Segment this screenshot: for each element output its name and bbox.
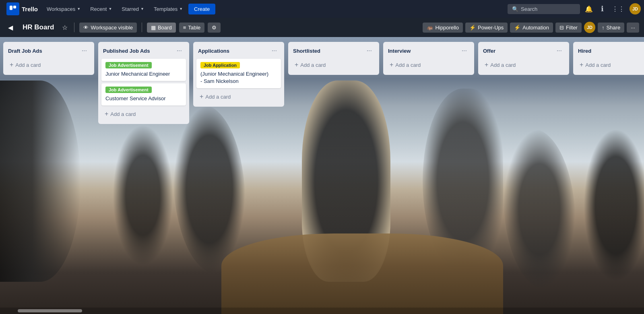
- column-menu-shortlisted[interactable]: ···: [364, 47, 374, 55]
- trello-logo[interactable]: Trello: [3, 2, 41, 15]
- star-icon: ☆: [62, 24, 68, 31]
- column-menu-published-job-ads[interactable]: ···: [174, 47, 184, 55]
- column-header-shortlisted: Shortlisted···: [290, 45, 378, 56]
- column-offer: Offer···+Add a card: [478, 42, 569, 75]
- recent-chevron: ▼: [108, 7, 112, 11]
- board-view-icon: ▦: [151, 25, 156, 31]
- search-bar[interactable]: 🔍 Search: [508, 4, 580, 14]
- workspaces-chevron: ▼: [77, 7, 80, 11]
- notifications-button[interactable]: 🔔: [582, 4, 596, 14]
- templates-menu[interactable]: Templates ▼: [150, 4, 187, 14]
- add-card-button-published-job-ads[interactable]: +Add a card: [101, 108, 189, 120]
- workspaces-menu[interactable]: Workspaces ▼: [43, 4, 85, 14]
- more-button[interactable]: ···: [627, 23, 639, 33]
- more-icon: ···: [631, 25, 635, 31]
- column-menu-applications[interactable]: ···: [269, 47, 279, 55]
- starred-chevron: ▼: [140, 7, 144, 11]
- column-applications: Applications···Job Application(Junior Me…: [193, 42, 284, 107]
- workspace-visible-button[interactable]: 👁 Workspace visible: [79, 23, 137, 33]
- filter-icon: ⊟: [559, 25, 564, 31]
- add-card-button-offer[interactable]: +Add a card: [481, 59, 569, 71]
- apps-button[interactable]: ⋮⋮: [609, 4, 628, 14]
- plus-icon: +: [580, 61, 583, 68]
- customize-icon: ⚙: [212, 25, 217, 31]
- column-header-offer: Offer···: [480, 45, 568, 56]
- scrollbar-thumb[interactable]: [18, 309, 82, 312]
- power-ups-icon: ⚡: [469, 25, 476, 31]
- card-card-3[interactable]: Job Application(Junior Mechanical Engine…: [196, 59, 281, 88]
- plus-icon: +: [200, 93, 203, 100]
- column-title-published-job-ads: Published Job Ads: [103, 48, 174, 54]
- board-view-button[interactable]: ▦ Board: [147, 23, 176, 33]
- templates-chevron: ▼: [179, 7, 183, 11]
- add-card-button-shortlisted[interactable]: +Add a card: [291, 59, 379, 71]
- column-menu-interview[interactable]: ···: [459, 47, 469, 55]
- search-icon: 🔍: [512, 6, 518, 12]
- column-header-applications: Applications···: [195, 45, 283, 56]
- plus-icon: +: [390, 61, 393, 68]
- plus-icon: +: [485, 61, 488, 68]
- automation-button[interactable]: ⚡ Automation: [510, 23, 553, 33]
- board-title[interactable]: HR Board: [19, 22, 57, 33]
- hipporello-button[interactable]: 🦛 Hipporello: [423, 23, 463, 33]
- info-icon: ℹ: [601, 4, 604, 13]
- column-title-draft-job-ads: Draft Job Ads: [8, 48, 79, 54]
- add-card-button-hired[interactable]: +Add a card: [576, 59, 644, 71]
- column-header-interview: Interview···: [385, 45, 473, 56]
- plus-icon: +: [105, 110, 108, 118]
- board-columns: Draft Job Ads···+Add a cardPublished Job…: [3, 42, 644, 124]
- filter-button[interactable]: ⊟ Filter: [555, 23, 582, 33]
- trello-logo-icon: [6, 2, 19, 15]
- automation-icon: ⚡: [514, 25, 520, 31]
- svg-rect-0: [10, 6, 12, 10]
- board-header: ◀ HR Board ☆ 👁 Workspace visible ▦ Board…: [0, 18, 644, 37]
- column-header-hired: Hired···: [575, 45, 644, 56]
- table-view-button[interactable]: ≡ Table: [179, 23, 205, 33]
- power-ups-button[interactable]: ⚡ Power-Ups: [465, 23, 508, 33]
- column-menu-offer[interactable]: ···: [554, 47, 564, 55]
- share-icon: ↑: [602, 25, 605, 31]
- add-card-button-interview[interactable]: +Add a card: [386, 59, 474, 71]
- top-nav: Trello Workspaces ▼ Recent ▼ Starred ▼ T…: [0, 0, 644, 18]
- plus-icon: +: [10, 61, 13, 68]
- board-background: Draft Job Ads···+Add a cardPublished Job…: [0, 37, 644, 314]
- card-label-card-1: Job Advertisement: [105, 62, 152, 68]
- scrollbar-track[interactable]: [0, 308, 644, 314]
- card-label-card-3: Job Application: [200, 62, 240, 68]
- eye-icon: 👁: [83, 25, 89, 31]
- column-title-applications: Applications: [198, 48, 269, 54]
- card-title-card-2: Customer Service Advisor: [105, 95, 182, 102]
- column-title-shortlisted: Shortlisted: [293, 48, 364, 54]
- user-avatar[interactable]: JD: [630, 3, 641, 14]
- column-shortlisted: Shortlisted···+Add a card: [288, 42, 379, 75]
- share-button[interactable]: ↑ Share: [598, 23, 624, 33]
- table-view-icon: ≡: [183, 25, 186, 31]
- hipporello-icon: 🦛: [427, 25, 433, 31]
- board-columns-wrapper: Draft Job Ads···+Add a cardPublished Job…: [0, 37, 644, 306]
- column-title-interview: Interview: [388, 48, 459, 54]
- board-user-avatar[interactable]: JD: [584, 22, 595, 33]
- back-button[interactable]: ◀: [5, 22, 16, 33]
- recent-menu[interactable]: Recent ▼: [86, 4, 116, 14]
- bell-icon: 🔔: [585, 5, 593, 13]
- svg-rect-1: [13, 6, 16, 8]
- card-title-card-3: (Junior Mechanical Engineer) - Sam Nicke…: [200, 70, 277, 85]
- star-button[interactable]: ☆: [60, 22, 69, 33]
- card-card-2[interactable]: Job AdvertisementCustomer Service Adviso…: [101, 83, 186, 105]
- info-button[interactable]: ℹ: [598, 3, 607, 15]
- create-button[interactable]: Create: [188, 4, 215, 14]
- card-title-card-1: Junior Mechanical Engineer: [105, 70, 182, 78]
- divider-1: [74, 23, 74, 32]
- back-icon: ◀: [8, 24, 13, 31]
- starred-menu[interactable]: Starred ▼: [118, 4, 148, 14]
- column-interview: Interview···+Add a card: [383, 42, 474, 75]
- board-header-right: 🦛 Hipporello ⚡ Power-Ups ⚡ Automation ⊟ …: [423, 22, 639, 33]
- column-title-hired: Hired: [578, 48, 644, 54]
- card-card-1[interactable]: Job AdvertisementJunior Mechanical Engin…: [101, 59, 186, 81]
- add-card-button-draft-job-ads[interactable]: +Add a card: [6, 59, 94, 71]
- customize-button[interactable]: ⚙: [208, 23, 221, 33]
- column-menu-draft-job-ads[interactable]: ···: [79, 47, 89, 55]
- column-header-draft-job-ads: Draft Job Ads···: [5, 45, 93, 56]
- column-title-offer: Offer: [483, 48, 554, 54]
- add-card-button-applications[interactable]: +Add a card: [196, 91, 284, 103]
